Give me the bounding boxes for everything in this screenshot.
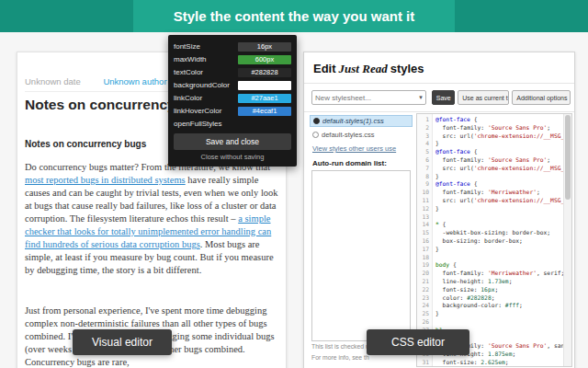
additional-options-button[interactable]: Additional options [512, 90, 571, 105]
popup-row: textColor#282828 [174, 66, 291, 78]
article-meta-row: Unknown date Unknown author [25, 76, 167, 86]
stylesheet-select[interactable]: New stylesheet... ▾ [311, 90, 426, 105]
footnote-line-2: For more info, see th [311, 354, 414, 361]
popup-value-input[interactable]: #27aae1 [238, 94, 291, 103]
heading-suffix: styles [390, 62, 424, 75]
popup-value-input[interactable]: #282828 [238, 68, 291, 77]
editor-toolbar: New stylesheet... ▾ Save Use as current … [311, 89, 571, 106]
popup-value-input[interactable]: 16px [238, 42, 291, 52]
popup-value-input[interactable] [238, 81, 291, 90]
scrollbar-thumb[interactable] [565, 115, 571, 200]
popup-row-label: textColor [174, 68, 203, 76]
just-read-brand: Just Read [339, 62, 388, 75]
divider [304, 83, 574, 84]
article-author-link[interactable]: Unknown author [103, 76, 166, 86]
article-paragraph-1: Do concurrency bugs matter? From the lit… [25, 161, 280, 277]
popup-row: maxWidth600px [174, 53, 291, 65]
stylesheet-name: default-styles(1).css [322, 117, 384, 125]
promo-banner-text: Style the content the way you want it [174, 8, 415, 24]
popup-value-input[interactable]: 600px [238, 55, 291, 64]
save-button[interactable]: Save [432, 90, 456, 105]
popup-row-label: linkHoverColor [174, 107, 221, 115]
popup-row-label: backgroundColor [174, 81, 230, 89]
promo-banner: Style the content the way you want it [0, 0, 588, 32]
stylesheet-item[interactable]: default-styles.css [310, 129, 413, 141]
radio-icon [312, 132, 319, 138]
css-editor-label: CSS editor [367, 329, 469, 355]
open-full-styles-link[interactable]: openFullStyles [174, 120, 221, 128]
style-editor-popup: fontSize16pxmaxWidth600pxtextColor#28282… [168, 35, 297, 167]
popup-row: linkHoverColor#4ecaf1 [174, 105, 291, 117]
article-date: Unknown date [25, 76, 81, 86]
panel-heading: EditJust Readstyles [313, 62, 424, 76]
article-subtitle: Notes on concurrency bugs [25, 139, 146, 149]
view-styles-link[interactable]: View styles other users use [312, 144, 396, 153]
radio-selected-icon [313, 118, 320, 124]
domain-list-textarea[interactable] [311, 170, 411, 341]
code-area[interactable]: @font-face { font-family: 'Source Sans P… [433, 114, 563, 366]
save-and-close-button[interactable]: Save and close [174, 133, 291, 150]
visual-editor-label: Visual editor [73, 329, 172, 355]
divider [304, 111, 574, 112]
stylesheet-list: default-styles(1).cssdefault-styles.css [310, 115, 413, 143]
popup-row: backgroundColor [174, 79, 291, 91]
popup-row: linkColor#27aae1 [174, 92, 291, 104]
stylesheet-item[interactable]: default-styles(1).css [310, 115, 413, 127]
css-editor-panel: EditJust Readstyles New stylesheet... ▾ … [303, 52, 575, 368]
heading-prefix: Edit [313, 62, 336, 75]
scrollbar[interactable] [563, 114, 571, 366]
popup-row-label: linkColor [174, 94, 202, 102]
popup-row: openFullStyles [174, 118, 291, 130]
use-as-current-button[interactable]: Use as current t [458, 90, 509, 105]
stylesheet-name: default-styles.css [322, 131, 375, 139]
article-link[interactable]: most reported bugs in distributed system… [25, 175, 186, 185]
close-without-saving-link[interactable]: Close without saving [174, 153, 291, 161]
line-number-gutter: 1234567891011121314151617181920212223242… [417, 114, 433, 366]
domain-list-label: Auto-run domain list: [312, 159, 387, 167]
stylesheet-select-value: New stylesheet... [315, 94, 371, 102]
chevron-down-icon: ▾ [419, 94, 423, 101]
popup-value-input[interactable]: #4ecaf1 [238, 107, 291, 116]
popup-rows: fontSize16pxmaxWidth600pxtextColor#28282… [174, 40, 291, 117]
popup-row-label: fontSize [174, 42, 200, 51]
popup-row: fontSize16px [174, 40, 291, 52]
popup-row-label: maxWidth [174, 55, 207, 63]
